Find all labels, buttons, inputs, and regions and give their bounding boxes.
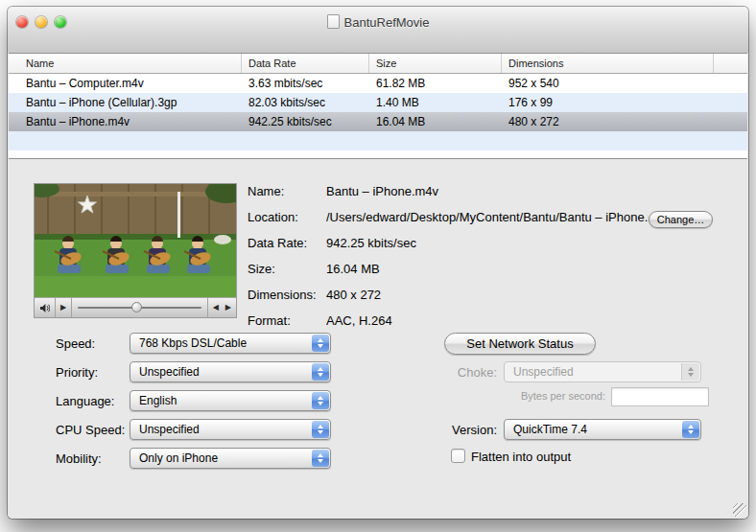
column-header-data-rate[interactable]: Data Rate — [242, 54, 369, 73]
popup-arrows-icon — [312, 392, 329, 409]
volume-button[interactable] — [35, 298, 55, 317]
cell-size: 16.04 MB — [369, 112, 502, 131]
volume-icon — [39, 303, 50, 313]
cell-name: Bantu – Computer.m4v — [9, 74, 242, 93]
speed-popup[interactable]: 768 Kbps DSL/Cable — [130, 333, 331, 354]
movie-list: Name Data Rate Size Dimensions Bantu – C… — [9, 53, 747, 159]
version-popup-value: QuickTime 7.4 — [513, 423, 587, 436]
play-button[interactable]: ▶ — [56, 298, 71, 317]
size-label: Size: — [248, 262, 326, 288]
empty-row — [9, 150, 747, 158]
detail-pane: ▶ ◀ ▶ Name: Bantu – iPhone.m4v Location:… — [8, 159, 748, 519]
video-preview-image — [35, 184, 236, 297]
table-row[interactable]: Bantu – iPhone (Cellular).3gp 82.03 kbit… — [9, 93, 747, 112]
cell-data-rate: 942.25 kbits/sec — [242, 112, 369, 131]
dimensions-value: 480 x 272 — [326, 288, 649, 313]
change-button[interactable]: Change… — [649, 211, 713, 228]
choke-label: Choke: — [382, 365, 497, 380]
popup-arrows-icon — [312, 335, 329, 352]
size-value: 16.04 MB — [326, 262, 649, 288]
speed-label: Speed: — [56, 336, 95, 351]
name-label: Name: — [248, 184, 326, 210]
version-label: Version: — [382, 423, 497, 437]
mobility-label: Mobility: — [56, 451, 102, 466]
column-header-dimensions[interactable]: Dimensions — [502, 54, 714, 73]
list-body: Bantu – Computer.m4v 3.63 mbits/sec 61.8… — [9, 74, 747, 158]
location-value: /Users/edward/Desktop/MyContent/Bantu/Ba… — [326, 210, 649, 236]
bytes-per-second-field[interactable] — [611, 387, 709, 406]
step-back-icon[interactable]: ◀ — [213, 298, 219, 317]
priority-popup-value: Unspecified — [139, 365, 200, 379]
cell-size: 1.40 MB — [369, 93, 502, 112]
movie-info: Name: Bantu – iPhone.m4v Location: /User… — [248, 184, 649, 339]
cell-dimensions: 952 x 540 — [502, 74, 714, 93]
speed-popup-value: 768 Kbps DSL/Cable — [139, 336, 247, 350]
window-title: BantuRefMovie — [344, 15, 430, 30]
set-network-status-button[interactable]: Set Network Status — [444, 333, 596, 355]
video-controller: ▶ ◀ ▶ — [35, 297, 236, 317]
play-icon: ▶ — [60, 298, 66, 317]
bytes-per-second-label: Bytes per second: — [420, 390, 605, 402]
language-popup[interactable]: English — [130, 390, 331, 411]
language-label: Language: — [56, 394, 114, 408]
popup-arrows-icon — [312, 363, 329, 381]
table-row[interactable]: Bantu – Computer.m4v 3.63 mbits/sec 61.8… — [9, 74, 747, 93]
data-rate-value: 942.25 kbits/sec — [326, 236, 649, 262]
popup-arrows-icon — [681, 363, 699, 381]
cell-name: Bantu – iPhone.m4v — [9, 112, 242, 131]
column-header-size[interactable]: Size — [369, 54, 502, 73]
cpu-speed-label: CPU Speed: — [56, 423, 125, 437]
step-forward-icon[interactable]: ▶ — [225, 298, 231, 317]
version-popup[interactable]: QuickTime 7.4 — [504, 419, 701, 440]
location-label: Location: — [248, 210, 326, 236]
title-bar[interactable]: BantuRefMovie — [8, 7, 748, 53]
cpu-speed-popup-value: Unspecified — [139, 423, 200, 436]
document-icon — [327, 14, 340, 29]
name-value: Bantu – iPhone.m4v — [326, 184, 649, 210]
scrubber-slider[interactable] — [72, 298, 207, 317]
cell-name: Bantu – iPhone (Cellular).3gp — [9, 93, 242, 112]
data-rate-label: Data Rate: — [248, 236, 326, 262]
cell-data-rate: 3.63 mbits/sec — [242, 74, 369, 93]
dimensions-label: Dimensions: — [248, 288, 326, 313]
column-header-name[interactable]: Name — [9, 54, 242, 73]
cell-data-rate: 82.03 kbits/sec — [242, 93, 369, 112]
cpu-speed-popup[interactable]: Unspecified — [130, 419, 331, 440]
table-row-selected[interactable]: Bantu – iPhone.m4v 942.25 kbits/sec 16.0… — [9, 112, 747, 131]
priority-label: Priority: — [56, 365, 98, 380]
cell-dimensions: 480 x 272 — [502, 112, 714, 131]
scrubber-knob[interactable] — [131, 302, 142, 312]
flatten-checkbox-label: Flatten into output — [471, 450, 571, 464]
choke-popup: Unspecified — [504, 361, 701, 382]
choke-popup-value: Unspecified — [513, 365, 574, 379]
empty-row — [9, 131, 747, 150]
mobility-popup-value: Only on iPhone — [139, 451, 218, 465]
title-area: BantuRefMovie — [8, 14, 748, 30]
resize-grip[interactable] — [733, 503, 746, 517]
window: BantuRefMovie Name Data Rate Size Dimens… — [8, 7, 748, 519]
mobility-popup[interactable]: Only on iPhone — [130, 448, 331, 469]
cell-size: 61.82 MB — [369, 74, 502, 93]
cell-dimensions: 176 x 99 — [502, 93, 714, 112]
popup-arrows-icon — [312, 421, 329, 438]
priority-popup[interactable]: Unspecified — [130, 361, 331, 382]
popup-arrows-icon — [312, 450, 329, 467]
video-preview: ▶ ◀ ▶ — [35, 184, 236, 317]
language-popup-value: English — [139, 394, 177, 407]
screen: BantuRefMovie Name Data Rate Size Dimens… — [0, 0, 756, 532]
popup-arrows-icon — [682, 421, 699, 438]
column-header-spacer — [714, 54, 747, 73]
flatten-checkbox[interactable] — [451, 449, 465, 463]
list-header: Name Data Rate Size Dimensions — [9, 54, 747, 74]
